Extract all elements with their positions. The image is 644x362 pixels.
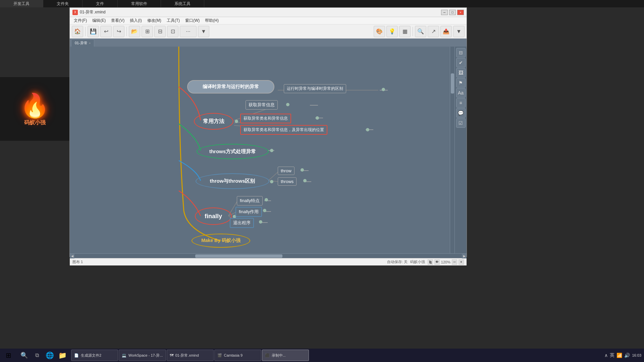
- node-runtime-diff[interactable]: 运行时异常与编译时异常的区别: [284, 84, 346, 93]
- node-common-methods[interactable]: 常用方法: [194, 113, 233, 130]
- taskbar-prog-recording[interactable]: ⬛ 录制中...: [262, 350, 309, 361]
- right-panel-layers[interactable]: ⊟: [456, 48, 466, 57]
- menu-edit[interactable]: 编辑(E): [90, 17, 108, 24]
- page-indicator: 图布 1: [72, 259, 83, 264]
- right-panel-text[interactable]: Aa: [456, 88, 466, 98]
- node-get-class-info[interactable]: 获取异常类名和异常信息: [240, 114, 291, 123]
- tab-main[interactable]: 01-异常 ×: [71, 39, 94, 47]
- zoom-out-button[interactable]: ─: [452, 259, 457, 265]
- window-controls: ─ □ ×: [441, 10, 464, 15]
- tab-close-icon[interactable]: ×: [89, 42, 91, 45]
- taskbar-prog-files[interactable]: 📄 生成源文件2: [71, 350, 118, 361]
- minimize-button[interactable]: ─: [441, 10, 448, 15]
- node-exit-program[interactable]: 退出程序: [230, 218, 254, 228]
- menu-modify[interactable]: 修改(M): [145, 17, 164, 24]
- page-label: 图布 1: [72, 260, 83, 264]
- taskbar-prog-xmind-label: 01-异常.xmind: [175, 353, 199, 358]
- node-throws-handle[interactable]: throws方式处理异常: [197, 144, 269, 159]
- taskbar-prog-camtasia-label: Camtasia 9: [224, 353, 243, 357]
- top-taskbar-system[interactable]: 系统工具: [161, 0, 204, 7]
- node-compile-exception[interactable]: 编译时异常与运行时的异常: [187, 80, 274, 94]
- tray-keyboard-icon[interactable]: 英: [610, 352, 614, 358]
- start-button[interactable]: ⊞: [0, 349, 17, 362]
- save-button[interactable]: 💾: [88, 26, 99, 37]
- menu-view[interactable]: 查看(V): [108, 17, 127, 24]
- scrollbar-vertical[interactable]: [450, 47, 454, 253]
- taskbar-prog-workspace[interactable]: 💻 WorkSpace - 17-异...: [119, 350, 166, 361]
- main-window: X 01-异常.xmind ─ □ × 文件(F) 编辑(E) 查看(V) 插入…: [69, 7, 467, 257]
- node-throws-item[interactable]: throws: [278, 177, 297, 186]
- maximize-button[interactable]: □: [449, 10, 456, 15]
- node-get-class-loc[interactable]: 获取异常类名和异常信息，及异常出现的位置: [240, 125, 327, 135]
- right-panel-notes[interactable]: ≡: [456, 98, 466, 108]
- top-taskbar-folder[interactable]: 文件夹: [43, 0, 83, 7]
- open-button[interactable]: 📂: [129, 26, 140, 37]
- menu-window[interactable]: 窗口(W): [182, 17, 202, 24]
- node-finally-feature[interactable]: finally特点: [237, 196, 263, 205]
- bottom-taskbar: ⊞ 🔍 ⧉ 🌐 📁 📄 生成源文件2 💻 WorkSpace - 17-异...…: [0, 349, 644, 362]
- menu-tools[interactable]: 工具(T): [164, 17, 182, 24]
- tray-volume-icon[interactable]: 🔊: [624, 353, 630, 358]
- right-panel-flag[interactable]: ⚑: [456, 78, 466, 87]
- idea-button[interactable]: 💡: [386, 26, 398, 37]
- taskbar-prog-camtasia[interactable]: 🎬 Camtasia 9: [214, 350, 261, 361]
- zoom-in-button[interactable]: +: [459, 259, 464, 265]
- dot-throw-throws-diff: [270, 180, 273, 183]
- node-throw-throws-diff[interactable]: throw与throws区别: [196, 173, 269, 189]
- top-taskbar-file[interactable]: 文件: [83, 0, 118, 7]
- top-taskbar-common[interactable]: 常用软件: [118, 0, 161, 7]
- panel-button[interactable]: ⊟: [154, 26, 166, 37]
- node-finally[interactable]: finally: [195, 207, 232, 225]
- node-finally-usage[interactable]: finally作用: [235, 207, 262, 217]
- redo-button[interactable]: ↪: [113, 26, 124, 37]
- top-taskbar-devtools[interactable]: 开发工具: [0, 0, 43, 7]
- zoom-slider-icon[interactable]: ⧎: [428, 259, 433, 265]
- tray-network-icon[interactable]: 📶: [616, 353, 622, 358]
- canvas-area[interactable]: 编译时异常与运行时的异常 运行时异常与编译时异常的区别 获取异常信息 常用方法 …: [70, 47, 467, 253]
- share-button[interactable]: ↗: [428, 26, 439, 37]
- zoom-button[interactable]: 🔍: [415, 26, 426, 37]
- home-button[interactable]: 🏠: [72, 26, 83, 37]
- menubar: 文件(F) 编辑(E) 查看(V) 插入(I) 修改(M) 工具(T) 窗口(W…: [70, 17, 467, 24]
- scroll-left-arrow[interactable]: ◀: [70, 254, 74, 258]
- right-panel-image[interactable]: 🖼: [456, 68, 466, 77]
- zoom-control: ⧎ 👁 120% ─ +: [428, 259, 464, 265]
- more2-button[interactable]: ▼: [453, 26, 465, 37]
- dot-finally-usage: [263, 209, 266, 212]
- scroll-thumb-h[interactable]: [195, 254, 282, 258]
- scrollbar-horizontal[interactable]: ◀ ▶: [70, 253, 467, 258]
- scroll-right-arrow[interactable]: ▶: [462, 254, 467, 258]
- scroll-track[interactable]: [74, 254, 462, 258]
- taskbar-browser-icon[interactable]: 🌐: [44, 349, 56, 361]
- right-panel-style[interactable]: ✔: [456, 58, 466, 67]
- dropdown-button[interactable]: ▼: [198, 26, 209, 37]
- right-panel-task[interactable]: ☑: [456, 118, 466, 128]
- taskbar-prog-xmind[interactable]: 🗺 01-异常.xmind: [167, 350, 214, 361]
- menu-help[interactable]: 帮助(H): [202, 17, 221, 24]
- more-button[interactable]: ···: [180, 26, 197, 37]
- scrollbar-thumb-v[interactable]: [451, 73, 454, 94]
- filter-button[interactable]: ▦: [399, 26, 411, 37]
- node-get-info[interactable]: 获取异常信息: [246, 100, 278, 110]
- dot-runtime-diff: [382, 88, 385, 91]
- export-button[interactable]: 📤: [440, 26, 452, 37]
- logo-text: 码蚁小强: [20, 119, 49, 126]
- undo-button[interactable]: ↩: [100, 26, 112, 37]
- menu-file[interactable]: 文件(F): [71, 17, 90, 24]
- style-button[interactable]: 🎨: [374, 26, 385, 37]
- node-make-by[interactable]: Make By 码蚁小强: [192, 234, 250, 248]
- taskbar-search-icon[interactable]: 🔍: [18, 349, 30, 361]
- close-button[interactable]: ×: [457, 10, 464, 15]
- node-throw-item[interactable]: throw: [278, 167, 294, 175]
- tray-arrow-icon[interactable]: ∧: [604, 353, 608, 358]
- tray-time[interactable]: 16:03: [632, 353, 641, 358]
- layout-button[interactable]: ⊡: [167, 26, 178, 37]
- window-title-text: 01-异常.xmind: [80, 9, 106, 15]
- zoom-eye-icon[interactable]: 👁: [434, 259, 440, 265]
- menu-insert[interactable]: 插入(I): [127, 17, 144, 24]
- grid-button[interactable]: ⊞: [142, 26, 153, 37]
- right-panel-chat[interactable]: 💬: [456, 108, 466, 118]
- taskbar-tray: ∧ 英 📶 🔊 16:03: [602, 352, 644, 358]
- taskbar-multitask-icon[interactable]: ⧉: [31, 349, 43, 361]
- taskbar-folder-icon[interactable]: 📁: [56, 349, 68, 361]
